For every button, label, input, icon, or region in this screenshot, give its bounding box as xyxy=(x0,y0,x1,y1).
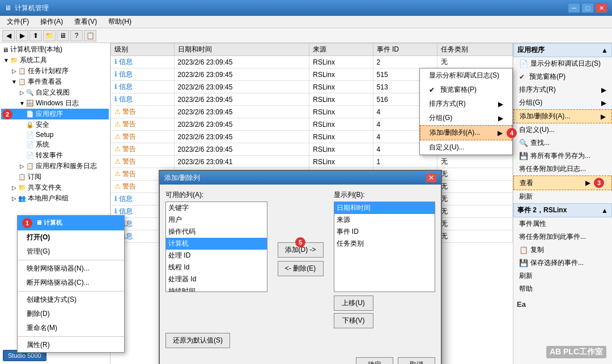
help-button[interactable]: ? xyxy=(70,30,83,41)
tree-event-viewer[interactable]: ▼ 📋 事件查看器 xyxy=(1,76,109,87)
arrow-icon: ▶ xyxy=(601,99,606,107)
move-down-button[interactable]: 下移(V) xyxy=(334,313,373,328)
table-row[interactable]: ℹ 信息 2023/2/6 23:09:45 RSLinx 2 无 xyxy=(111,56,513,68)
minimize-button[interactable]: ─ xyxy=(568,3,580,13)
action-find[interactable]: 🔍 查找... xyxy=(513,136,612,149)
cm-preview[interactable]: ✔ 预览窗格(P) xyxy=(420,83,512,97)
dialog-columns-row: 可用的列(A): 关键字 用户 操作代码 计算机 处理 ID 线程 Id 处理器… xyxy=(165,190,435,328)
col-level[interactable]: 级别 xyxy=(111,44,175,56)
action-save-selected[interactable]: 💾 保存选择的事件... xyxy=(513,256,612,269)
action-refresh[interactable]: 刷新 xyxy=(513,190,612,203)
action-label: 自定义(U)... xyxy=(519,125,555,135)
list-item-opcode[interactable]: 操作代码 xyxy=(166,226,267,238)
expand-icon: ▷ xyxy=(18,163,26,169)
list-item-taskcategory[interactable]: 任务类别 xyxy=(334,238,435,250)
maximize-button[interactable]: □ xyxy=(581,3,594,13)
col-datetime[interactable]: 日期和时间 xyxy=(174,44,309,56)
context-properties[interactable]: 属性(R) xyxy=(18,338,124,352)
list-item-computer[interactable]: 计算机 xyxy=(166,238,267,250)
cell-source: RSLinx xyxy=(309,156,373,168)
list-item-processid[interactable]: 处理 ID xyxy=(166,250,267,262)
tree-forwarded[interactable]: 📄 转发事件 xyxy=(1,150,109,161)
up-button[interactable]: ⬆ xyxy=(29,30,42,41)
action-custom[interactable]: 自定义(U)... xyxy=(513,123,612,136)
tree-security[interactable]: 🔒 安全 xyxy=(1,119,109,130)
context-open[interactable]: 打开(O) xyxy=(18,230,124,245)
tree-subscription[interactable]: 📋 订阅 xyxy=(1,172,109,182)
action-attach-event-task[interactable]: 将任务附加到此事件... xyxy=(513,230,612,243)
cancel-button[interactable]: 取消 xyxy=(398,357,435,364)
display-listbox[interactable]: 日期和时间 来源 事件 ID 任务类别 xyxy=(334,202,436,292)
context-delete[interactable]: 删除(D) xyxy=(18,307,124,321)
context-rename[interactable]: 重命名(M) xyxy=(18,321,124,335)
tree-custom-views[interactable]: ▷ 🔍 自定义视图 xyxy=(1,87,109,98)
list-item-keyword[interactable]: 关键字 xyxy=(166,202,267,214)
context-disconnect-drive[interactable]: 断开网络驱动器(C)... xyxy=(18,276,124,290)
list-item-source[interactable]: 来源 xyxy=(334,214,435,226)
tree-task-scheduler[interactable]: ▷ 📋 任务计划程序 xyxy=(1,66,109,76)
action-preview-pane[interactable]: ✔ 预览窗格(P) xyxy=(513,70,612,83)
tree-setup[interactable]: 📄 Setup xyxy=(1,130,109,139)
list-item-procid[interactable]: 处理器 Id xyxy=(166,273,267,285)
dialog-close-button[interactable]: ✕ xyxy=(426,173,436,182)
list-item-eventid[interactable]: 事件 ID xyxy=(334,226,435,238)
tree-root[interactable]: 🖥 计算机管理(本地) xyxy=(1,44,109,55)
cm-show-analytics[interactable]: 显示分析和调试日志(S) xyxy=(420,68,512,83)
tree-system-tools[interactable]: ▼ 📁 系统工具 xyxy=(1,55,109,66)
cm-sort[interactable]: 排序方式(R) ▶ xyxy=(420,97,512,111)
restore-defaults-button[interactable]: 还原为默认值(S) xyxy=(165,333,230,348)
action-copy[interactable]: 📋 复制 xyxy=(513,243,612,256)
action-attach-task[interactable]: 将任务附加到此日志... xyxy=(513,162,612,175)
copy-icon: 📋 xyxy=(519,246,528,254)
folder-button[interactable]: 📁 xyxy=(43,30,56,41)
back-button[interactable]: ◀ xyxy=(2,30,15,41)
list-item-datetime[interactable]: 日期和时间 xyxy=(334,202,435,214)
action-help[interactable]: 帮助 xyxy=(513,282,612,296)
tree-app-services[interactable]: ▷ 📋 应用程序和服务日志 xyxy=(1,161,109,172)
tree-local-users[interactable]: ▷ 👥 本地用户和组 xyxy=(1,193,109,204)
col-task[interactable]: 任务类别 xyxy=(437,44,513,56)
add-column-button[interactable]: 添加(D) -> 5 xyxy=(278,242,324,258)
list-item-user[interactable]: 用户 xyxy=(166,214,267,226)
action-save-all[interactable]: 💾 将所有事件另存为... xyxy=(513,149,612,162)
action-label: 显示分析和调试日志(S) xyxy=(530,59,601,68)
context-map-drive[interactable]: 映射网络驱动器(N)... xyxy=(18,262,124,276)
cell-task: 无 xyxy=(437,168,513,181)
action-view[interactable]: 查看 ▶ 3 xyxy=(513,175,612,190)
menu-action[interactable]: 操作(A) xyxy=(36,16,67,28)
action-add-remove-cols[interactable]: 添加/删除列(A)... ▶ xyxy=(513,109,612,123)
col-source[interactable]: 来源 xyxy=(309,44,373,56)
menu-file[interactable]: 文件(F) xyxy=(2,16,33,28)
context-manage[interactable]: 管理(G) xyxy=(18,245,124,259)
context-create-shortcut[interactable]: 创建快捷方式(S) xyxy=(18,293,124,307)
action-event-props[interactable]: 事件属性 xyxy=(513,217,612,230)
ok-button[interactable]: 确定 xyxy=(356,357,393,364)
move-up-button[interactable]: 上移(U) xyxy=(334,296,373,311)
list-item-threadid[interactable]: 线程 Id xyxy=(166,262,267,273)
forward-button[interactable]: ▶ xyxy=(16,30,28,41)
menu-help[interactable]: 帮助(H) xyxy=(104,16,136,28)
notes-button[interactable]: 📋 xyxy=(84,30,96,41)
action-sort[interactable]: 排序方式(R) ▶ xyxy=(513,83,612,96)
list-item-duration[interactable]: 持续时间 xyxy=(166,285,267,292)
col-eventid[interactable]: 事件 ID xyxy=(373,44,437,56)
action-show-analytics[interactable]: 📄 显示分析和调试日志(S) xyxy=(513,57,612,70)
menu-view[interactable]: 查看(V) xyxy=(70,16,101,28)
tree-shared-folders[interactable]: ▷ 📁 共享文件夹 xyxy=(1,182,109,193)
action-section-event[interactable]: 事件 2，RSLinx ▲ xyxy=(513,203,612,217)
tree-system[interactable]: 📄 系统 xyxy=(1,139,109,150)
table-row[interactable]: ⚠ 警告 2023/2/6 23:09:41 RSLinx 1 无 xyxy=(111,156,513,168)
action-section-app[interactable]: 应用程序 ▲ xyxy=(513,43,612,57)
remove-column-button[interactable]: <- 删除(E) xyxy=(278,261,324,276)
computer-button[interactable]: 🖥 xyxy=(57,30,69,41)
cm-group[interactable]: 分组(G) ▶ xyxy=(420,111,512,125)
close-button[interactable]: ✕ xyxy=(595,3,607,13)
cell-task: 无 xyxy=(437,156,513,168)
available-listbox[interactable]: 关键字 用户 操作代码 计算机 处理 ID 线程 Id 处理器 Id 持续时间 … xyxy=(165,202,267,292)
cm-custom[interactable]: 自定义(U)... xyxy=(420,140,512,155)
cm-add-remove-cols[interactable]: 添加/删除列(A)... ▶ 4 xyxy=(420,125,512,140)
action-refresh2[interactable]: 刷新 xyxy=(513,269,612,282)
tree-application[interactable]: 📄 应用程序 2 xyxy=(1,109,109,119)
tree-windows-logs[interactable]: ▼ 🪟 Windows 日志 xyxy=(1,98,109,109)
action-group[interactable]: 分组(G) ▶ xyxy=(513,96,612,109)
